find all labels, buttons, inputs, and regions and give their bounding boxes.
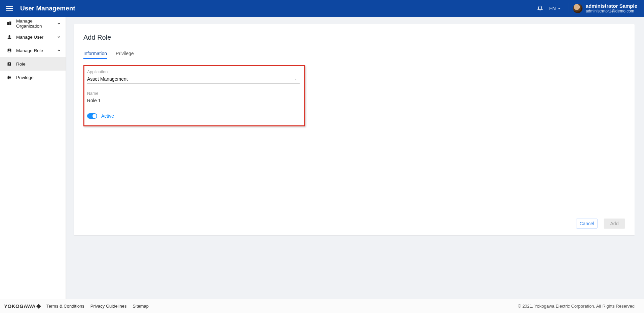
active-toggle-label: Active [101,113,114,119]
name-input[interactable] [87,97,300,105]
footer: YOKOGAWA Terms & Conditions Privacy Guid… [0,299,644,313]
sidebar: Manage Organization Manage User Manage R… [0,17,66,299]
copyright-text: © 2021, Yokogawa Electric Corporation. A… [518,304,635,309]
svg-point-13 [9,77,10,78]
content-area: Add Role Information Privilege Applicati… [66,17,644,299]
sidebar-subitem-role[interactable]: Role [0,57,66,71]
svg-point-11 [8,76,9,77]
chevron-down-icon [57,35,61,39]
role-icon [7,48,13,53]
brand-diamond-icon [36,304,41,308]
notifications-icon[interactable] [537,5,543,11]
organization-icon [7,21,13,26]
svg-rect-2 [6,10,13,11]
language-label: EN [549,6,556,11]
svg-point-9 [9,63,10,64]
chevron-up-icon [57,48,61,52]
user-menu[interactable]: administrator Sample administrator1@demo… [573,3,637,13]
sidebar-item-manage-organization[interactable]: Manage Organization [0,17,66,30]
tab-privilege[interactable]: Privilege [116,49,134,59]
header-divider [568,3,568,13]
card-heading: Add Role [83,34,625,41]
brand-text: YOKOGAWA [4,303,36,309]
svg-rect-3 [7,22,9,25]
user-name: administrator Sample [586,3,637,9]
privilege-sliders-icon [7,75,13,80]
tabs: Information Privilege [83,49,625,59]
sidebar-item-manage-user[interactable]: Manage User [0,30,66,44]
svg-rect-0 [6,6,13,7]
cancel-button[interactable]: Cancel [576,219,598,229]
sidebar-subitem-privilege[interactable]: Privilege [0,71,66,84]
active-toggle[interactable] [87,113,97,119]
add-role-card: Add Role Information Privilege Applicati… [74,24,635,235]
sidebar-item-label: Manage User [16,35,57,40]
avatar [573,4,582,13]
sidebar-item-label: Privilege [16,75,61,80]
chevron-down-icon [557,6,561,10]
application-label: Application [87,70,300,74]
brand-logo: YOKOGAWA [4,303,40,309]
add-button[interactable]: Add [604,219,625,229]
svg-point-5 [8,35,10,37]
role-badge-icon [7,62,13,67]
language-selector[interactable]: EN [549,6,561,11]
name-label: Name [87,91,300,96]
svg-point-15 [8,78,9,79]
tab-information[interactable]: Information [83,49,107,59]
sidebar-item-label: Manage Role [16,48,57,53]
footer-link-privacy[interactable]: Privacy Guidelines [90,304,127,309]
svg-point-7 [9,49,10,50]
hamburger-menu-icon[interactable] [6,5,13,12]
user-icon [7,34,13,40]
app-header: User Management EN administrator Sample … [0,0,644,17]
sidebar-item-label: Manage Organization [16,18,57,29]
form-highlight-box: Application Name Active [83,65,305,126]
sidebar-item-manage-role[interactable]: Manage Role [0,44,66,57]
page-title: User Management [20,5,75,12]
user-email: administrator1@demo.com [586,9,637,13]
sidebar-item-label: Role [16,62,61,67]
svg-rect-1 [6,8,13,9]
application-select[interactable] [87,76,300,84]
footer-link-terms[interactable]: Terms & Conditions [46,304,84,309]
footer-link-sitemap[interactable]: Sitemap [132,304,149,309]
svg-rect-4 [9,22,11,25]
chevron-down-icon [57,22,61,26]
